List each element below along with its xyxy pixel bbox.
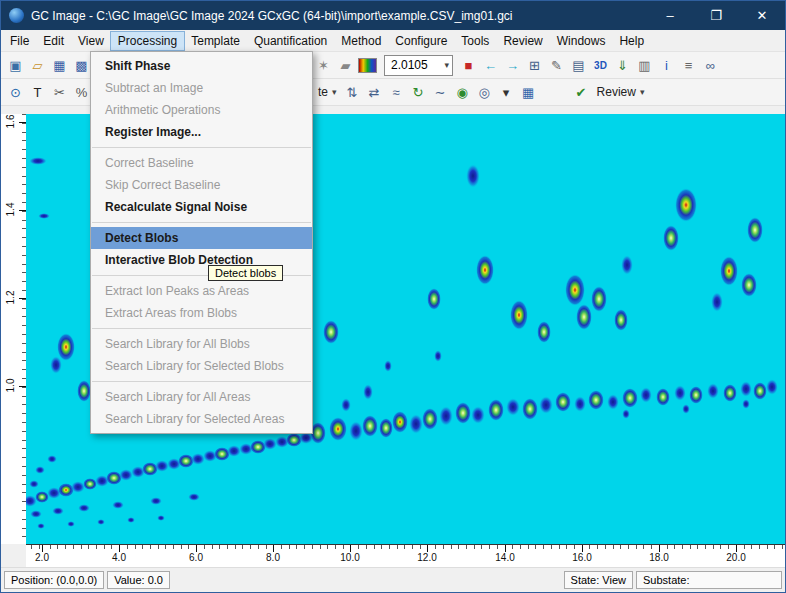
menu-configure[interactable]: Configure <box>388 32 454 50</box>
menu-item-skip-correct-baseline: Skip Correct Baseline <box>91 174 312 196</box>
3d-view-icon[interactable]: 3D <box>590 55 611 76</box>
menu-edit[interactable]: Edit <box>36 32 71 50</box>
colormap-icon[interactable] <box>357 55 378 76</box>
menu-item-recalculate-signal-noise[interactable]: Recalculate Signal Noise <box>91 196 312 218</box>
app-icon <box>9 8 24 23</box>
x-tick <box>505 545 506 552</box>
more-dropdown-icon[interactable]: ▾ <box>496 82 517 103</box>
menu-windows[interactable]: Windows <box>550 32 613 50</box>
swap-axes-icon[interactable]: ⇄ <box>364 82 385 103</box>
status-position: Position: (0.0,0.0) <box>4 571 104 589</box>
x-tick-label: 16.0 <box>572 552 591 563</box>
processing-menu: Shift PhaseSubtract an ImageArithmetic O… <box>90 51 313 434</box>
x-tick-label: 4.0 <box>112 552 126 563</box>
x-tick <box>582 545 583 552</box>
layers-icon[interactable]: ▦ <box>518 82 539 103</box>
y-axis: 1.61.41.21.0 <box>4 114 26 544</box>
menu-bar: FileEditViewProcessingTemplateQuantifica… <box>1 30 785 52</box>
menu-item-subtract-an-image: Subtract an Image <box>91 77 312 99</box>
menu-help[interactable]: Help <box>612 32 651 50</box>
zoom-region-icon[interactable]: ⊞ <box>524 55 545 76</box>
x-tick <box>736 545 737 552</box>
close-button[interactable]: ✕ <box>739 1 785 30</box>
minimize-button[interactable]: – <box>647 1 693 30</box>
y-tick <box>19 386 26 387</box>
annotate-icon[interactable]: ✎ <box>546 55 567 76</box>
tooltip: Detect blobs <box>208 265 283 281</box>
x-tick-label: 6.0 <box>189 552 203 563</box>
export-icon[interactable]: ⇓ <box>612 55 633 76</box>
x-tick-label: 8.0 <box>266 552 280 563</box>
shift-up-icon[interactable]: ⇅ <box>342 82 363 103</box>
save-all-icon[interactable]: ▩ <box>71 55 92 76</box>
chevron-down-icon: ▾ <box>640 87 645 97</box>
menu-processing[interactable]: Processing <box>111 32 184 50</box>
chevron-down-icon: ▾ <box>444 60 449 70</box>
y-tick-label: 1.2 <box>5 285 16 311</box>
y-tick-label: 1.4 <box>5 197 16 223</box>
x-tick-label: 10.0 <box>340 552 359 563</box>
menu-file[interactable]: File <box>3 32 36 50</box>
report-icon[interactable]: ▥ <box>634 55 655 76</box>
menu-item-extract-areas-from-blobs: Extract Areas from Blobs <box>91 302 312 324</box>
review-dropdown-label: Review <box>597 85 636 99</box>
menu-item-register-image[interactable]: Register Image... <box>91 121 312 143</box>
window-title: GC Image - C:\GC Image\GC Image 2024 GCx… <box>31 9 647 23</box>
forward-view-icon[interactable]: → <box>502 55 523 76</box>
new-chromatogram-icon[interactable]: ▣ <box>5 55 26 76</box>
reprocess-icon[interactable]: ↻ <box>408 82 429 103</box>
table-icon[interactable]: ▤ <box>568 55 589 76</box>
library-icon[interactable]: ≡ <box>678 55 699 76</box>
menu-separator <box>92 147 311 148</box>
status-substate: Substate: <box>636 571 782 589</box>
cut-tool-icon[interactable]: ✂ <box>49 82 70 103</box>
menu-item-search-library-for-selected-areas: Search Library for Selected Areas <box>91 408 312 430</box>
menu-tools[interactable]: Tools <box>454 32 496 50</box>
menu-item-detect-blobs[interactable]: Detect Blobs <box>91 227 312 249</box>
review-dropdown[interactable]: ✔ Review ▾ <box>566 82 650 102</box>
back-view-icon[interactable]: ← <box>480 55 501 76</box>
wand-icon[interactable]: ✶ <box>313 55 334 76</box>
y-tick-label: 1.0 <box>5 373 16 399</box>
menu-item-search-library-for-all-areas: Search Library for All Areas <box>91 386 312 408</box>
palette-dropdown[interactable]: te ▾ <box>313 82 342 102</box>
menu-separator <box>92 222 311 223</box>
menu-item-shift-phase[interactable]: Shift Phase <box>91 55 312 77</box>
menu-item-search-library-for-selected-blobs: Search Library for Selected Blobs <box>91 355 312 377</box>
globe-icon[interactable]: ◉ <box>452 82 473 103</box>
info-icon[interactable]: i <box>656 55 677 76</box>
text-tool-icon[interactable]: T <box>27 82 48 103</box>
menu-item-extract-ion-peaks-as-areas: Extract Ion Peaks as Areas <box>91 280 312 302</box>
x-tick <box>659 545 660 552</box>
menu-review[interactable]: Review <box>496 32 549 50</box>
zoom-tool-icon[interactable]: ⊙ <box>5 82 26 103</box>
zoom-combobox[interactable]: 2.0105 ▾ <box>384 55 453 76</box>
x-tick <box>42 545 43 552</box>
eraser-icon[interactable]: ▰ <box>335 55 356 76</box>
x-tick <box>273 545 274 552</box>
binoculars-icon[interactable]: ∞ <box>700 55 721 76</box>
y-tick <box>19 122 26 123</box>
status-bar: Position: (0.0,0.0) Value: 0.0 State: Vi… <box>1 567 785 592</box>
maximize-button[interactable]: ❐ <box>693 1 739 30</box>
smooth-icon[interactable]: ≈ <box>386 82 407 103</box>
status-state: State: View <box>564 571 633 589</box>
menu-template[interactable]: Template <box>184 32 247 50</box>
palette-dropdown-label: te <box>318 85 328 99</box>
percent-tool-icon[interactable]: % <box>71 82 92 103</box>
menu-quantification[interactable]: Quantification <box>247 32 334 50</box>
open-icon[interactable]: ▱ <box>27 55 48 76</box>
target-icon[interactable]: ◎ <box>474 82 495 103</box>
chevron-down-icon: ▾ <box>332 87 337 97</box>
signal-icon[interactable]: ∼ <box>430 82 451 103</box>
colormap-swatch <box>358 58 377 73</box>
menu-separator <box>92 328 311 329</box>
x-tick-label: 18.0 <box>649 552 668 563</box>
stop-icon[interactable]: ■ <box>458 55 479 76</box>
x-tick <box>196 545 197 552</box>
save-icon[interactable]: ▦ <box>49 55 70 76</box>
x-tick <box>427 545 428 552</box>
menu-view[interactable]: View <box>71 32 111 50</box>
menu-method[interactable]: Method <box>334 32 388 50</box>
menu-separator <box>92 381 311 382</box>
